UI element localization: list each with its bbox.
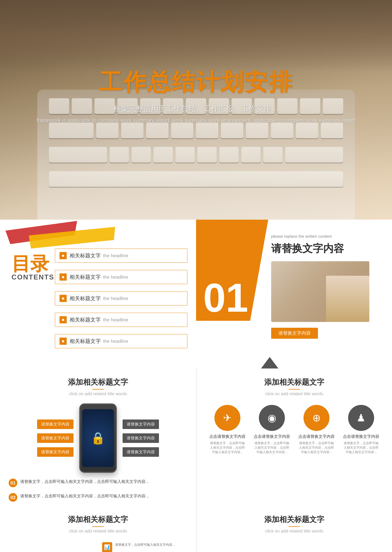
slide4-left-title-en: click on add related title words: [9, 529, 187, 533]
circle-label-4: 点击请替换文字内容: [343, 434, 379, 439]
slide-row-3: 添加相关标题文字 click on add related title word…: [0, 368, 392, 506]
key: [153, 147, 173, 163]
slide4-right-title-cn: 添加相关标题文字: [205, 514, 384, 524]
section01-please-text: please replace the written content: [271, 234, 384, 239]
four-circles: ✈ 点击请替换文字内容 请替换文字，点击即可输入相关文字内容，点击即可输入相关文…: [205, 405, 384, 454]
right-label-2: 请替换文字内容: [123, 433, 159, 443]
spacebar: [49, 171, 343, 187]
key: [49, 147, 107, 163]
contents-title-en: CONTENTS: [12, 273, 54, 281]
section01-title: 请替换文字内容: [271, 242, 384, 256]
key: [49, 122, 94, 138]
dot-icon: ◉: [267, 412, 276, 424]
plus-icon: ⊕: [312, 412, 321, 424]
right-label-3: 请替换文字内容: [123, 447, 159, 457]
menu-text-cn-4: 相关标题文字: [70, 316, 101, 323]
plane-icon: ✈: [223, 412, 231, 424]
dark-triangle: [261, 357, 278, 368]
key-row-4: [49, 168, 343, 190]
slide-layers: 添加相关标题文字 click on add related title word…: [0, 506, 196, 552]
menu-icon-5: ■: [59, 337, 67, 345]
section01-content: please replace the written content 请替换文字…: [271, 234, 384, 339]
menu-text-cn-2: 相关标题文字: [70, 273, 101, 281]
brush-decoration: [0, 220, 196, 249]
circle-3: ⊕: [303, 405, 329, 431]
menu-items: ■ 相关标题文字 the headline ■ 相关标题文字 the headl…: [55, 249, 187, 355]
menu-text-en-1: the headline: [103, 253, 128, 258]
slide3-right-title-en: click on add related title words: [205, 391, 384, 396]
layer-text-1: 📊 请替换文字，点击即可输入相关文字内容...: [102, 542, 175, 552]
menu-icon-3: ■: [59, 295, 67, 302]
circle-item-2: ◉ 点击请替换文字内容 请替换文字，点击即可输入相关文字内容，点击即可输入相关文…: [253, 405, 291, 454]
circle-label-2: 点击请替换文字内容: [254, 434, 290, 439]
section01-number: 01: [203, 277, 248, 318]
circle-label-1: 点击请替换文字内容: [209, 434, 245, 439]
slide-row-2: 目录 CONTENTS ■ 相关标题文字 the headline ■ 相关标题…: [0, 220, 392, 368]
slide-row-4: 添加相关标题文字 click on add related title word…: [0, 506, 392, 552]
slide3-left-title-cn: 添加相关标题文字: [9, 377, 187, 387]
slide-timeline: 添加相关标题文字 click on add related title word…: [196, 506, 392, 552]
key: [175, 147, 195, 163]
layers-side-content: 📊 请替换文字，点击即可输入相关文字内容... 🔔 请替换文字，点击即可输入相关…: [102, 542, 175, 552]
circle-2: ◉: [259, 405, 285, 431]
num-circle-1: 01: [9, 479, 17, 487]
menu-item-4: ■ 相关标题文字 the headline: [55, 313, 187, 327]
lock-icon: 🔒: [91, 431, 105, 445]
phone-screen: 🔒: [82, 409, 114, 467]
slide3-right-title-area: 添加相关标题文字 click on add related title word…: [205, 377, 384, 396]
timeline-visual: 01 请替换文字内容 02 请替换文字内容 03 请替换文字内容 04 请替换文…: [205, 545, 384, 552]
circle-item-1: ✈ 点击请替换文字内容 请替换文字，点击即可输入相关文字内容，点击即可输入相关文…: [209, 405, 246, 454]
key: [196, 122, 218, 138]
key: [146, 122, 169, 138]
key: [321, 122, 343, 138]
slide-section01: 01 please replace the written content 请替…: [196, 220, 392, 368]
right-label-1: 请替换文字内容: [123, 419, 159, 429]
hero-subtitle-en: framework is applicable to complete work…: [36, 117, 355, 124]
layer-text-content-1: 请替换文字，点击即可输入相关文字内容...: [115, 542, 175, 547]
key: [296, 122, 318, 138]
slide-circles: 添加相关标题文字 click on add related title word…: [196, 368, 392, 506]
title-underline: [92, 389, 104, 390]
slide3-right-title-cn: 添加相关标题文字: [205, 377, 384, 387]
slide4-left-title-cn: 添加相关标题文字: [9, 514, 187, 524]
key: [263, 147, 283, 163]
key: [171, 122, 194, 138]
contents-title-cn: 目录: [12, 254, 54, 273]
key: [219, 147, 239, 163]
circle-1: ✈: [214, 405, 240, 431]
hero-subtitle-cn: 框架完整适用于工作总结、工作汇报、工作安排…: [36, 104, 355, 114]
phone-shape: 🔒: [79, 403, 117, 473]
slide4-right-title-en: click on add related title words: [205, 529, 384, 533]
circle-desc-3: 请替换文字，点击即可输入相关文字内容，点击即可输入相关文字内容...: [298, 441, 335, 454]
left-label-2: 请替换文字内容: [37, 433, 73, 443]
menu-icon-2: ■: [59, 273, 67, 281]
menu-text-en-2: the headline: [103, 274, 128, 280]
phone-infographic: 请替换文字内容 请替换文字内容 请替换文字内容 🔒 请替换文字内容 请替换文字内…: [9, 403, 187, 473]
key: [121, 122, 144, 138]
key: [246, 122, 268, 138]
numbered-list: 01 请替换文字，点击即可输入相关文字内容，点击即可输入相关文字内容... 02…: [9, 479, 187, 506]
section01-photo: [271, 261, 369, 322]
section01-button[interactable]: 请替换文字内容: [271, 328, 318, 339]
menu-item-5: ■ 相关标题文字 the headline: [55, 334, 187, 348]
num-circle-2: 02: [9, 493, 17, 502]
circle-label-3: 点击请替换文字内容: [298, 434, 335, 439]
menu-icon-1: ■: [59, 252, 67, 259]
circle-desc-2: 请替换文字，点击即可输入相关文字内容，点击即可输入相关文字内容...: [253, 441, 291, 454]
num-text-1: 请替换文字，点击即可输入相关文字内容，点击即可输入相关文字内容...: [20, 479, 149, 485]
key-row-3: [49, 144, 343, 165]
left-labels: 请替换文字内容 请替换文字内容 请替换文字内容: [37, 419, 73, 457]
slide3-left-title-en: click on add related title words: [9, 391, 187, 396]
title-underline-l4: [92, 526, 104, 527]
key: [96, 122, 119, 138]
key: [221, 122, 243, 138]
hands-overlay: [0, 0, 392, 72]
menu-item-3: ■ 相关标题文字 the headline: [55, 291, 187, 306]
key: [271, 122, 293, 138]
menu-text-en-3: the headline: [103, 296, 128, 301]
menu-text-cn-1: 相关标题文字: [70, 252, 101, 259]
num-text-2: 请替换文字，点击即可输入相关文字内容，点击即可输入相关文字内容...: [20, 493, 149, 499]
right-labels: 请替换文字内容 请替换文字内容 请替换文字内容: [123, 419, 159, 457]
slide-phone-info: 添加相关标题文字 click on add related title word…: [0, 368, 196, 506]
key: [109, 147, 129, 163]
